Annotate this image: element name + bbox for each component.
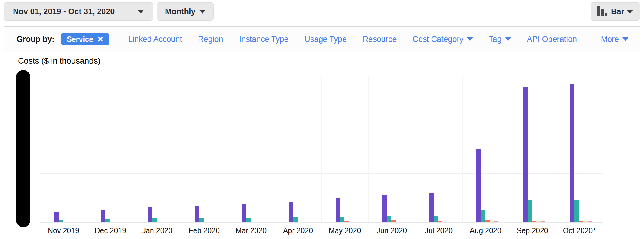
bar-series-salmon — [344, 221, 349, 222]
chevron-down-icon — [199, 10, 206, 14]
group-by-link-api-operation[interactable]: API Operation — [527, 35, 577, 44]
group-by-link-tag[interactable]: Tag — [489, 35, 511, 44]
more-label: More — [601, 35, 619, 44]
bar-series-purple — [476, 149, 481, 222]
bar-series-yellow — [161, 222, 166, 222]
date-range-dropdown[interactable]: Nov 01, 2019 - Oct 31, 2020 — [4, 2, 153, 21]
x-axis-label: Feb 2020 — [181, 226, 228, 235]
bar-series-pink — [494, 221, 498, 222]
bar-series-pink — [353, 222, 358, 222]
group-by-link-linked-account[interactable]: Linked Account — [128, 35, 182, 44]
bar-group-mar-2020 — [242, 204, 264, 222]
chip-label: Service — [67, 35, 93, 44]
bar-series-teal — [246, 218, 251, 222]
bar-series-salmon — [204, 222, 208, 222]
bar-series-salmon — [157, 222, 161, 222]
bar-series-purple — [429, 193, 434, 222]
bar-series-pink — [541, 221, 545, 222]
gridline-vertical — [134, 76, 134, 222]
x-axis-label: May 2020 — [321, 226, 368, 235]
bar-series-purple — [570, 84, 574, 222]
bar-chart-plot: Nov 2019Dec 2019Jan 2020Feb 2020Mar 2020… — [4, 52, 640, 239]
group-by-link-region[interactable]: Region — [198, 35, 223, 44]
chevron-down-icon — [505, 37, 511, 41]
bar-series-salmon — [63, 222, 67, 222]
group-by-link-more[interactable]: More — [601, 35, 628, 44]
bar-series-salmon — [485, 220, 490, 222]
chart-type-label: Bar — [611, 7, 624, 16]
link-label: Cost Category — [412, 35, 463, 44]
bar-series-purple — [54, 212, 59, 222]
bar-series-yellow — [114, 222, 119, 222]
x-axis-label: Jul 2020 — [415, 226, 462, 235]
group-by-chip-service[interactable]: Service ✕ — [61, 33, 109, 45]
bar-group-jan-2020 — [148, 207, 170, 222]
link-label: Instance Type — [239, 35, 289, 44]
date-range-label: Nov 01, 2019 - Oct 31, 2020 — [13, 7, 115, 16]
close-icon[interactable]: ✕ — [97, 35, 103, 44]
chart-type-dropdown[interactable]: Bar — [591, 2, 640, 21]
divider — [119, 32, 119, 46]
bar-group-jul-2020 — [429, 193, 451, 222]
gridline-vertical — [556, 76, 556, 222]
bar-series-teal — [387, 216, 391, 222]
bar-group-sep-2020 — [523, 87, 545, 222]
x-axis-label: Apr 2020 — [275, 226, 321, 235]
bar-series-pink — [588, 221, 592, 222]
chevron-down-icon — [467, 37, 473, 41]
link-label: Region — [198, 35, 223, 44]
bar-series-purple — [148, 207, 152, 222]
bar-series-purple — [242, 204, 246, 222]
bar-series-purple — [101, 210, 105, 222]
bar-series-teal — [152, 218, 157, 222]
granularity-dropdown[interactable]: Monthly — [157, 2, 214, 21]
bar-group-feb-2020 — [195, 206, 217, 222]
x-axis-label: Jan 2020 — [134, 226, 181, 235]
bar-series-teal — [199, 218, 204, 222]
group-by-links: Linked AccountRegionInstance TypeUsage T… — [128, 35, 577, 44]
bar-series-purple — [289, 202, 293, 222]
gridline-vertical — [228, 76, 228, 222]
group-by-link-cost-category[interactable]: Cost Category — [412, 35, 473, 44]
bar-group-dec-2019 — [101, 210, 123, 222]
bar-series-yellow — [536, 221, 541, 222]
group-by-link-usage-type[interactable]: Usage Type — [304, 35, 347, 44]
link-label: Tag — [489, 35, 502, 44]
gridline-vertical — [181, 76, 181, 222]
link-label: API Operation — [527, 35, 577, 44]
x-axis-label: Mar 2020 — [228, 226, 275, 235]
bar-series-pink — [447, 222, 451, 222]
chevron-down-icon — [622, 37, 628, 41]
bar-series-salmon — [110, 222, 114, 222]
bar-group-jun-2020 — [382, 195, 404, 222]
gridline-vertical — [415, 76, 415, 222]
bar-group-oct-2020 — [570, 84, 592, 222]
bar-group-may-2020 — [336, 198, 358, 222]
bar-series-teal — [340, 217, 344, 222]
bar-series-purple — [195, 206, 199, 222]
bar-series-yellow — [302, 222, 306, 222]
chevron-down-icon — [627, 10, 633, 14]
top-toolbar: Nov 01, 2019 - Oct 31, 2020 Monthly Bar — [0, 0, 644, 24]
bar-series-teal — [528, 200, 532, 222]
gridline-vertical — [275, 76, 275, 222]
cost-chart-panel: Costs ($ in thousands) Nov 2019Dec 2019J… — [4, 52, 640, 239]
bar-series-yellow — [396, 222, 400, 222]
link-label: Usage Type — [304, 35, 347, 44]
group-by-link-resource[interactable]: Resource — [363, 35, 397, 44]
group-by-label: Group by: — [16, 35, 55, 44]
gridline-vertical — [40, 76, 40, 222]
bar-series-purple — [382, 195, 387, 222]
bar-series-teal — [574, 200, 579, 222]
group-by-link-instance-type[interactable]: Instance Type — [239, 35, 289, 44]
gridline-horizontal — [40, 222, 603, 223]
bar-series-teal — [434, 216, 438, 222]
bar-series-purple — [523, 87, 528, 222]
gridline-vertical — [462, 76, 463, 222]
x-axis-label: Dec 2019 — [87, 226, 134, 235]
link-label: Linked Account — [128, 35, 182, 44]
bar-series-teal — [293, 217, 298, 222]
bar-series-teal — [59, 220, 63, 222]
x-axis-label: Aug 2020 — [462, 226, 509, 235]
bar-series-salmon — [298, 222, 302, 222]
